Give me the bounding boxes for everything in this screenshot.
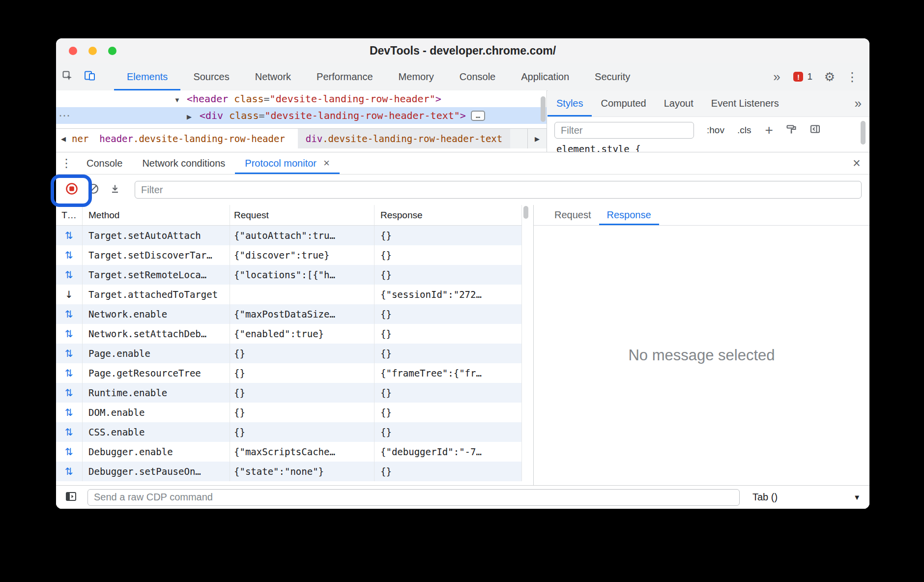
detail-tab-response[interactable]: Response [599,205,659,225]
close-window-button[interactable] [69,47,77,55]
breadcrumb-item-clipped[interactable]: ner [71,129,95,148]
table-row[interactable]: ⇅Target.setRemoteLoca…{"locations":[{"h…… [56,265,522,285]
response-cell: {} [375,403,522,422]
minimize-window-button[interactable] [88,47,97,55]
response-cell: {"debuggerId":"-7… [375,442,522,462]
table-row[interactable]: ⇅Debugger.setPauseOn…{"state":"none"}{} [56,462,522,481]
sent-received-icon: ⇅ [65,367,73,379]
zoom-window-button[interactable] [108,47,116,55]
table-row[interactable]: ⇅Debugger.enable{"maxScriptsCache…{"debu… [56,442,522,462]
table-row[interactable]: ⇅CSS.enable{}{} [56,422,522,442]
toggle-element-state-button[interactable]: :hov [707,125,724,136]
panel-tabs: Elements Sources Network Performance Mem… [114,63,643,90]
drawer-tab-console[interactable]: Console [77,152,132,174]
tab-layout[interactable]: Layout [655,90,702,116]
dom-node-closing[interactable]: </div> == $0 [56,124,547,128]
toggle-sidebar-button[interactable] [65,491,82,504]
detail-tab-request[interactable]: Request [547,205,599,225]
breadcrumb-item-header[interactable]: header.devsite-landing-row-header [95,129,298,148]
breadcrumb-spacer [510,129,527,148]
styles-scrollbar[interactable] [861,121,866,145]
collapse-arrow-icon[interactable]: ▶ [187,109,200,125]
elements-scrollbar[interactable] [541,96,546,122]
value-token: "devsite-landing-row-header-text" [264,110,460,121]
response-cell: {} [375,304,522,324]
clear-all-button[interactable] [83,179,104,201]
table-row[interactable]: ⇅Target.setAutoAttach{"autoAttach":tru…{… [56,226,522,245]
request-cell: {"state":"none"} [230,462,375,481]
close-drawer-icon[interactable]: × [844,152,869,174]
inline-expand-button[interactable]: … [471,111,485,121]
drawer-tab-network-conditions[interactable]: Network conditions [132,152,235,174]
target-selector[interactable]: Tab () ▼ [752,492,861,503]
method-cell: Target.attachedToTarget [83,285,230,304]
tab-memory[interactable]: Memory [386,63,447,90]
response-cell: {} [375,324,522,344]
inspect-element-button[interactable] [56,63,79,90]
styles-filter-input[interactable] [554,122,694,139]
tab-event-listeners[interactable]: Event Listeners [702,90,788,116]
breadcrumb: ◀ ner header.devsite-landing-row-header … [56,128,547,148]
table-row[interactable]: ⇅Network.enable{"maxPostDataSize…{} [56,304,522,324]
method-cell: DOM.enable [83,403,230,422]
request-cell: {} [230,344,375,363]
breadcrumb-scroll-left-icon[interactable]: ◀ [56,129,71,148]
customize-devtools-menu-icon[interactable]: ⋮ [841,71,864,83]
request-cell [230,285,375,304]
sent-received-icon: ⇅ [65,249,73,261]
drawer-tab-protocol-monitor[interactable]: Protocol monitor× [235,152,339,174]
table-row[interactable]: ↓Target.attachedToTarget{"sessionId":"27… [56,285,522,304]
toggle-computed-sidebar-button[interactable] [809,123,821,137]
gear-glyph: ⚙ [824,71,835,83]
protocol-filter-input[interactable] [135,181,862,199]
drawer-menu-icon[interactable]: ⋮ [56,152,77,174]
cdp-command-input[interactable] [87,489,740,506]
tab-network[interactable]: Network [242,63,304,90]
method-cell: Debugger.enable [83,442,230,462]
tab-console[interactable]: Console [447,63,508,90]
issues-count: 1 [807,71,812,82]
dom-node-header[interactable]: ▼<header class="devsite-landing-row-head… [56,90,547,107]
table-row[interactable]: ⇅Page.getResourceTree{}{"frameTree":{"fr… [56,363,522,383]
dom-node-selected[interactable]: ▶<div class="devsite-landing-row-header-… [56,107,547,124]
table-row[interactable]: ⇅Runtime.enable{}{} [56,383,522,403]
save-messages-button[interactable] [104,179,126,201]
column-header-method[interactable]: Method [83,205,230,225]
tag-token: <header [187,93,228,105]
close-tab-icon[interactable]: × [323,157,330,170]
tab-security[interactable]: Security [582,63,643,90]
table-header-row: T… Method Request Response [56,205,522,226]
issues-counter[interactable]: ! 1 [787,71,818,82]
tab-sources[interactable]: Sources [180,63,242,90]
method-cell: Runtime.enable [83,383,230,403]
table-row[interactable]: ⇅Network.setAttachDeb…{"enabled":true}{} [56,324,522,344]
column-header-request[interactable]: Request [230,205,375,225]
tab-performance[interactable]: Performance [304,63,386,90]
record-toggle-button[interactable] [61,179,83,201]
table-row[interactable]: ⇅Page.enable{}{} [56,344,522,363]
node-options-dots-icon[interactable]: ⋯ [58,107,70,124]
element-classes-button[interactable]: .cls [737,125,751,136]
response-cell: {} [375,383,522,403]
request-cell: {"enabled":true} [230,324,375,344]
more-panels-chevron-icon[interactable]: » [766,69,787,85]
toggle-device-toolbar-button[interactable] [79,63,101,90]
more-styles-tabs-chevron-icon[interactable]: » [855,90,869,116]
column-header-type[interactable]: T… [56,205,83,225]
breadcrumb-item-div-selected[interactable]: div.devsite-landing-row-header-text [298,129,510,148]
breadcrumb-scroll-right-icon[interactable]: ▶ [527,129,547,148]
rendering-emulations-button[interactable] [786,124,797,137]
tab-styles[interactable]: Styles [548,90,592,116]
tab-application[interactable]: Application [508,63,582,90]
expand-arrow-icon[interactable]: ▼ [174,92,187,109]
inspect-cursor-icon [62,70,73,83]
settings-gear-icon[interactable]: ⚙ [818,71,841,83]
new-style-rule-button[interactable]: + [765,123,773,137]
tab-computed[interactable]: Computed [592,90,655,116]
table-row[interactable]: ⇅DOM.enable{}{} [56,403,522,422]
tab-elements[interactable]: Elements [114,63,180,90]
toolbar-right-cluster: » ! 1 ⚙ ⋮ [766,63,869,90]
table-scrollbar[interactable] [523,206,528,219]
column-header-response[interactable]: Response [375,205,522,225]
table-row[interactable]: ⇅Target.setDiscoverTar…{"discover":true}… [56,245,522,265]
